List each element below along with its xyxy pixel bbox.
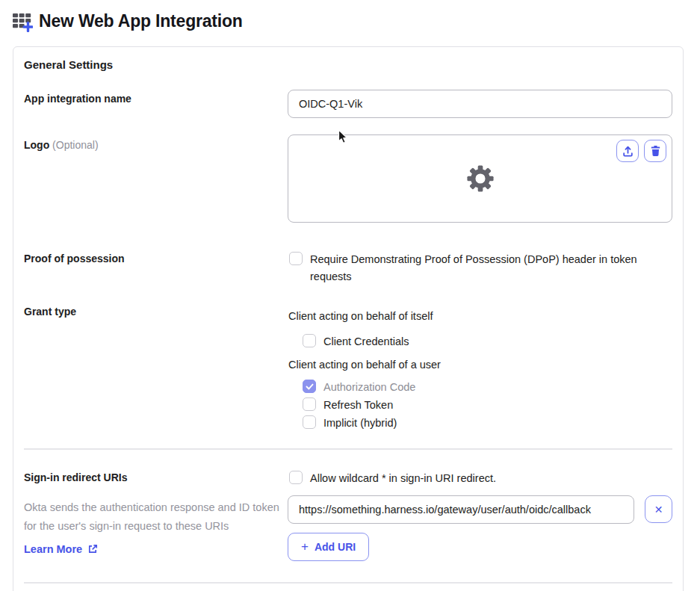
- app-integration-name-input[interactable]: [288, 90, 672, 118]
- logo-label: Logo (Optional): [24, 139, 99, 151]
- upload-icon: [622, 145, 634, 158]
- signin-redirect-description: Okta sends the authentication response a…: [24, 498, 287, 536]
- signin-redirect-uri-input[interactable]: [288, 495, 634, 524]
- grant-option-implicit-hybrid: Implicit (hybrid): [303, 415, 397, 432]
- section-divider: [24, 448, 672, 450]
- authorization-code-checkbox[interactable]: [303, 380, 316, 393]
- client-credentials-label: Client Credentials: [323, 333, 409, 350]
- logo-preview-box[interactable]: [288, 134, 672, 223]
- grant-type-label: Grant type: [24, 306, 76, 318]
- add-uri-button[interactable]: + Add URI: [288, 533, 369, 561]
- dpop-checkbox[interactable]: [289, 252, 303, 265]
- refresh-token-checkbox[interactable]: [303, 397, 316, 411]
- app-grid-plus-icon: [12, 11, 33, 32]
- section-title: General Settings: [24, 58, 113, 71]
- app-integration-name-label: App integration name: [24, 93, 131, 105]
- upload-logo-button[interactable]: [616, 140, 639, 162]
- implicit-hybrid-label: Implicit (hybrid): [323, 415, 397, 432]
- grant-group-self-heading: Client acting on behalf of itself: [288, 310, 433, 322]
- implicit-hybrid-checkbox[interactable]: [303, 415, 316, 429]
- dpop-option: Require Demonstrating Proof of Possessio…: [289, 251, 648, 285]
- client-credentials-checkbox[interactable]: [303, 334, 316, 347]
- logo-actions: [616, 140, 666, 162]
- grant-option-client-credentials: Client Credentials: [303, 333, 409, 350]
- gear-icon: [466, 164, 495, 193]
- external-link-icon: [87, 544, 98, 554]
- grant-option-refresh-token: Refresh Token: [303, 397, 393, 414]
- wildcard-checkbox[interactable]: [289, 471, 303, 484]
- plus-icon: +: [301, 539, 309, 554]
- grant-option-authorization-code: Authorization Code: [303, 379, 415, 396]
- dpop-option-label: Require Demonstrating Proof of Possessio…: [310, 251, 648, 285]
- general-settings-panel: General Settings App integration name Lo…: [13, 46, 684, 591]
- authorization-code-label: Authorization Code: [323, 379, 415, 396]
- refresh-token-label: Refresh Token: [323, 397, 393, 414]
- logo-optional-label: (Optional): [52, 139, 98, 151]
- remove-uri-button[interactable]: ✕: [645, 495, 672, 523]
- learn-more-label: Learn More: [24, 543, 82, 555]
- page-header: New Web App Integration: [12, 10, 243, 32]
- proof-of-possession-label: Proof of possession: [24, 253, 125, 264]
- wildcard-option-label: Allow wildcard * in sign-in URI redirect…: [310, 470, 496, 487]
- bottom-divider: [24, 582, 672, 584]
- trash-icon: [650, 145, 661, 157]
- new-web-app-integration-page: New Web App Integration General Settings…: [0, 0, 700, 591]
- add-uri-label: Add URI: [315, 541, 356, 553]
- checkmark-icon: [306, 383, 314, 390]
- grant-group-user-heading: Client acting on behalf of a user: [288, 359, 441, 371]
- page-title: New Web App Integration: [39, 11, 243, 31]
- learn-more-link[interactable]: Learn More: [24, 543, 98, 555]
- close-icon: ✕: [654, 504, 663, 516]
- delete-logo-button[interactable]: [644, 140, 666, 162]
- wildcard-option: Allow wildcard * in sign-in URI redirect…: [289, 470, 496, 487]
- signin-redirect-uris-label: Sign-in redirect URIs: [24, 471, 127, 483]
